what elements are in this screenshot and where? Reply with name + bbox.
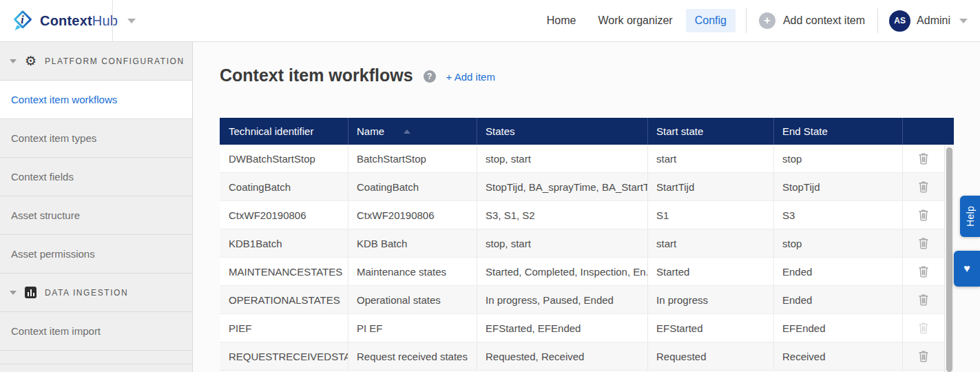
nav-home[interactable]: Home bbox=[538, 9, 585, 32]
bar-chart-icon bbox=[25, 287, 37, 298]
help-tab-label: Help bbox=[965, 206, 976, 227]
table-row[interactable]: CoatingBatchCoatingBatchStopTijd, BA_spr… bbox=[220, 173, 944, 201]
cell-end-state: S3 bbox=[773, 201, 902, 229]
sidebar-section-data-ingestion[interactable]: DATA INGESTION bbox=[0, 273, 192, 312]
heart-button[interactable]: ♥ bbox=[954, 251, 980, 287]
cell-states: Started, Completed, Inspection, En... bbox=[477, 258, 647, 285]
delete-button[interactable] bbox=[917, 179, 930, 195]
cell-states: EFStarted, EFEnded bbox=[477, 314, 647, 342]
cell-start-state: S1 bbox=[647, 201, 773, 229]
add-item-button[interactable]: + Add item bbox=[446, 71, 495, 83]
cell-name: BatchStartStop bbox=[348, 145, 477, 172]
topnav-divider-2 bbox=[877, 8, 878, 33]
cell-start-state: start bbox=[647, 229, 773, 257]
sidebar-section-platform-configuration[interactable]: ⚙PLATFORM CONFIGURATION bbox=[0, 42, 192, 81]
chevron-down-icon bbox=[10, 291, 17, 295]
nav-config[interactable]: Config bbox=[686, 9, 736, 32]
cell-start-state: Started bbox=[647, 258, 773, 285]
nav-work-organizer[interactable]: Work organizer bbox=[589, 9, 681, 32]
cell-end-state: Received bbox=[773, 342, 902, 370]
table-row[interactable]: OPERATIONALSTATESOperational statesIn pr… bbox=[220, 286, 944, 314]
column-header-name[interactable]: Name bbox=[348, 118, 477, 145]
table-row[interactable]: CtxWF20190806CtxWF20190806S3, S1, S2S1S3 bbox=[220, 201, 944, 229]
cell-start-state: start bbox=[647, 145, 773, 172]
column-header-technical-identifier[interactable]: Technical identifier bbox=[220, 118, 348, 145]
topbar-divider bbox=[112, 0, 113, 41]
cell-start-state: EFStarted bbox=[647, 314, 773, 342]
cell-actions bbox=[902, 201, 944, 229]
cell-states: Requested, Received bbox=[477, 342, 647, 370]
sidebar-spacer bbox=[0, 351, 192, 364]
user-name: Admini bbox=[917, 14, 950, 27]
cell-technical-identifier: PIEF bbox=[220, 314, 348, 342]
table-row[interactable]: REQUESTRECEIVEDSTA...Request received st… bbox=[220, 342, 944, 371]
sidebar-item-asset-structure[interactable]: Asset structure bbox=[0, 196, 192, 235]
scrollbar-thumb[interactable] bbox=[946, 147, 952, 372]
user-menu[interactable]: AS Admini bbox=[886, 10, 973, 32]
cell-technical-identifier: OPERATIONALSTATES bbox=[220, 286, 348, 313]
page-title: Context item workflows bbox=[220, 65, 413, 85]
cell-technical-identifier: CtxWF20190806 bbox=[220, 201, 348, 229]
cell-start-state: StartTijd bbox=[647, 173, 773, 200]
table-row[interactable]: MAINTENANCESTATESMaintenance statesStart… bbox=[220, 258, 944, 286]
brand-caret-icon[interactable] bbox=[127, 19, 136, 23]
top-bar: i ContextHub HomeWork organizerConfig + … bbox=[0, 0, 980, 42]
table-body: DWBatchStartStopBatchStartStopstop, star… bbox=[220, 145, 944, 371]
cell-start-state: In progress bbox=[647, 286, 773, 313]
svg-text:i: i bbox=[21, 14, 24, 25]
table-row[interactable]: KDB1BatchKDB Batchstop, startstartstop bbox=[220, 229, 944, 258]
delete-button[interactable] bbox=[917, 264, 930, 280]
delete-button[interactable] bbox=[917, 151, 930, 167]
cell-states: StopTijd, BA_sprayTime, BA_StartTi... bbox=[477, 173, 647, 200]
add-context-item-button[interactable]: + Add context item bbox=[755, 12, 869, 29]
trash-icon bbox=[918, 293, 929, 307]
table-header: Technical identifierNameStatesStart stat… bbox=[220, 118, 954, 145]
table-row[interactable]: PIEFPI EFEFStarted, EFEndedEFStartedEFEn… bbox=[220, 314, 944, 342]
column-header-actions bbox=[902, 118, 954, 145]
cell-technical-identifier: DWBatchStartStop bbox=[220, 145, 348, 172]
column-header-end-state[interactable]: End State bbox=[773, 118, 902, 145]
trash-icon bbox=[918, 322, 929, 335]
contexthub-logo[interactable]: i ContextHub bbox=[0, 0, 147, 41]
sidebar-item-asset-permissions[interactable]: Asset permissions bbox=[0, 235, 192, 273]
cell-technical-identifier: KDB1Batch bbox=[220, 229, 348, 257]
help-tab[interactable]: Help bbox=[960, 196, 980, 237]
delete-button[interactable] bbox=[917, 292, 930, 308]
sidebar-item-context-item-import[interactable]: Context item import bbox=[0, 312, 192, 351]
main-content: Context item workflows ? + Add item Tech… bbox=[194, 42, 980, 372]
cell-actions bbox=[902, 173, 944, 200]
sidebar-section-title: DATA INGESTION bbox=[45, 288, 128, 298]
cell-end-state: stop bbox=[773, 145, 902, 172]
sidebar-item-context-fields[interactable]: Context fields bbox=[0, 158, 192, 196]
cell-actions bbox=[902, 286, 944, 313]
contexthub-logo-icon: i bbox=[12, 10, 33, 32]
column-header-states[interactable]: States bbox=[477, 118, 647, 145]
help-icon[interactable]: ? bbox=[424, 70, 436, 83]
cell-name: KDB Batch bbox=[348, 229, 477, 257]
sidebar: ⚙PLATFORM CONFIGURATIONContext item work… bbox=[0, 42, 193, 372]
chevron-down-icon bbox=[10, 59, 17, 63]
sidebar-item-context-item-workflows[interactable]: Context item workflows bbox=[0, 81, 192, 119]
user-caret-icon bbox=[959, 19, 968, 23]
cell-technical-identifier: REQUESTRECEIVEDSTA... bbox=[220, 342, 348, 370]
cell-name: Maintenance states bbox=[348, 258, 477, 285]
delete-button[interactable] bbox=[917, 207, 930, 223]
sidebar-section-title: PLATFORM CONFIGURATION bbox=[45, 56, 185, 66]
cell-states: stop, start bbox=[477, 229, 647, 257]
top-nav: HomeWork organizerConfig + Add context i… bbox=[536, 8, 980, 33]
cell-states: stop, start bbox=[477, 145, 647, 172]
cell-actions bbox=[902, 229, 944, 257]
sidebar-item-context-item-types[interactable]: Context item types bbox=[0, 119, 192, 158]
cell-technical-identifier: MAINTENANCESTATES bbox=[220, 258, 348, 285]
cell-technical-identifier: CoatingBatch bbox=[220, 173, 348, 200]
delete-button[interactable] bbox=[917, 349, 930, 364]
table-scrollbar[interactable] bbox=[944, 145, 954, 372]
table-row[interactable]: DWBatchStartStopBatchStartStopstop, star… bbox=[220, 145, 944, 173]
column-header-label: Start state bbox=[656, 125, 703, 137]
column-header-label: End State bbox=[782, 125, 828, 137]
column-header-start-state[interactable]: Start state bbox=[647, 118, 773, 145]
column-header-label: Name bbox=[357, 125, 384, 137]
trash-icon bbox=[918, 209, 929, 222]
cell-name: CoatingBatch bbox=[348, 173, 477, 200]
delete-button[interactable] bbox=[917, 236, 930, 251]
